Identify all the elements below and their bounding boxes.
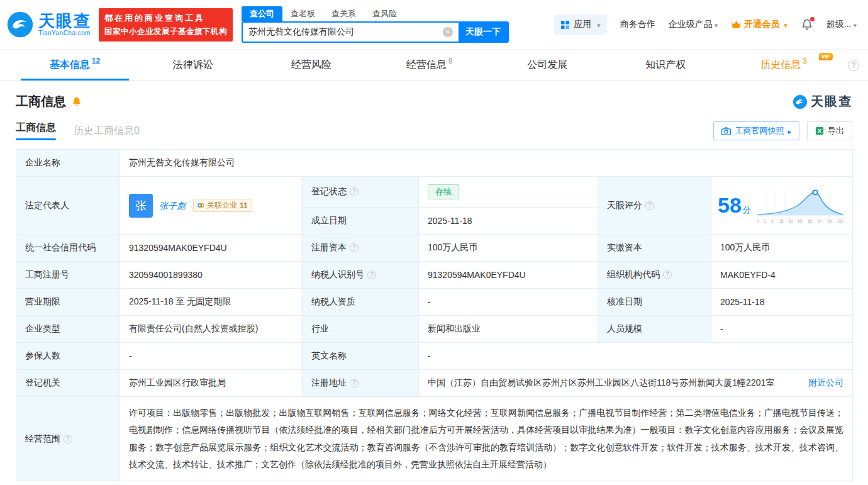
tab-business-info-count: 9 <box>448 57 453 65</box>
vip-badge: VIP <box>819 53 833 60</box>
tab-operating-risk[interactable]: 经营风险 <box>252 50 370 80</box>
apps-menu[interactable]: 应用 <box>554 14 607 35</box>
legal-rep-link[interactable]: 张子彪 <box>159 201 186 211</box>
official-snapshot-button[interactable]: 工商官网快照 <box>713 121 799 140</box>
search-tab-boss[interactable]: 查老板 <box>282 6 323 21</box>
help-icon[interactable] <box>848 60 859 71</box>
help-icon[interactable] <box>64 435 72 443</box>
table-row: 经营范围 许可项目：出版物零售；出版物批发；出版物互联网销售；互联网信息服务；网… <box>16 397 853 481</box>
business-scope-value: 许可项目：出版物零售；出版物批发；出版物互联网销售；互联网信息服务；网络文化经营… <box>120 397 853 481</box>
help-icon[interactable] <box>350 243 359 252</box>
chevron-down-icon <box>782 20 787 30</box>
tab-history-info[interactable]: 历史信息 3 VIP <box>725 50 843 80</box>
reg-authority-value: 苏州工业园区行政审批局 <box>120 370 303 397</box>
insured-count-value: - <box>120 343 303 370</box>
search-input[interactable] <box>248 27 443 37</box>
establish-date-value: 2025-11-18 <box>419 208 598 235</box>
help-icon[interactable] <box>350 379 359 387</box>
open-vip-button[interactable]: 开通会员 <box>731 19 787 30</box>
table-row: 企业类型 有限责任公司(自然人投资或控股) 行业 新闻和出版业 人员规模 - <box>16 316 853 343</box>
business-info-table: 企业名称 苏州无咎文化传媒有限公司 法定代表人 张 张子彪 <box>16 149 853 481</box>
watermark-logo-icon <box>793 94 808 109</box>
active-tab-underline <box>16 138 56 140</box>
approval-date-value: 2025-11-18 <box>711 289 853 316</box>
promo-banner-line2: 国家中小企业发展子基金旗下机构 <box>104 26 227 37</box>
header-nav: 应用 商务合作 企业级产品 开通会员 超级... <box>554 14 857 35</box>
field-label-business-term: 营业期限 <box>16 289 120 316</box>
field-label-paid-capital: 实缴资本 <box>598 235 711 262</box>
subtab-history-business-info[interactable]: 历史工商信息0 <box>74 125 140 138</box>
avatar[interactable]: 张 <box>129 194 153 218</box>
related-companies-label: 关联企业 <box>207 200 237 211</box>
promo-banner-line1: 都在用的商业查询工具 <box>104 13 227 24</box>
field-label-org-code: 组织机构代码 <box>598 262 711 289</box>
table-row: 参保人数 - 英文名称 - <box>16 343 853 370</box>
help-icon[interactable] <box>350 187 359 196</box>
field-label-reg-number: 工商注册号 <box>16 262 120 289</box>
tab-history-info-count: 3 <box>803 57 807 65</box>
help-icon[interactable] <box>663 270 672 279</box>
company-type-value: 有限责任公司(自然人投资或控股) <box>120 316 303 343</box>
watermark-text: 天眼查 <box>811 93 852 110</box>
tab-basic-info-count: 12 <box>92 57 100 65</box>
table-row: 登记机关 苏州工业园区行政审批局 注册地址 中国（江苏）自由贸易试验区苏州片区苏… <box>16 370 853 397</box>
nav-cooperation-label: 商务合作 <box>620 19 655 30</box>
open-vip-label: 开通会员 <box>744 19 779 30</box>
related-companies-badge[interactable]: 关联企业 11 <box>193 199 252 212</box>
search-button[interactable]: 天眼一下 <box>459 23 508 42</box>
field-label-insured-count: 参保人数 <box>16 343 120 370</box>
tab-legal[interactable]: 法律诉讼 <box>134 50 252 80</box>
user-menu[interactable]: 超级... <box>826 19 857 30</box>
nav-enterprise-label: 企业级产品 <box>669 19 713 30</box>
section-title: 工商信息 <box>16 93 66 110</box>
export-button[interactable]: 导出 <box>807 121 852 140</box>
help-icon[interactable] <box>367 270 376 279</box>
field-label-industry: 行业 <box>303 316 419 343</box>
table-row: 法定代表人 张 张子彪 关联企业 11 <box>16 177 853 208</box>
taxpayer-quality-value: - <box>419 289 598 316</box>
help-icon[interactable] <box>645 201 654 210</box>
search-tab-company[interactable]: 查公司 <box>242 6 282 21</box>
notifications-bell[interactable] <box>801 18 813 31</box>
tab-business-info[interactable]: 经营信息 9 <box>370 50 489 80</box>
score-curve-chart: 01 515 5065 8597 99100 <box>755 188 846 223</box>
reg-status-cell: 存续 <box>419 177 598 208</box>
field-label-approval-date: 核准日期 <box>598 289 711 316</box>
search-tab-relation[interactable]: 查关系 <box>323 6 364 21</box>
camera-icon <box>721 127 731 135</box>
top-header: 天眼查 TianYanCha.com 都在用的商业查询工具 国家中小企业发展子基… <box>0 0 868 49</box>
field-label-legal-rep: 法定代表人 <box>16 177 120 235</box>
tab-history-info-label: 历史信息 <box>760 59 801 72</box>
nav-enterprise-products[interactable]: 企业级产品 <box>669 19 718 30</box>
score-marker-dot <box>813 190 818 194</box>
company-section-tabs: 基本信息 12 法律诉讼 经营风险 经营信息 9 公司发展 知识产权 历史信息 … <box>0 49 868 81</box>
monitor-bell-icon[interactable] <box>71 96 82 108</box>
field-label-company-name: 企业名称 <box>16 150 120 177</box>
tianyancha-logo[interactable]: 天眼查 TianYanCha.com <box>6 11 91 38</box>
promo-banner[interactable]: 都在用的商业查询工具 国家中小企业发展子基金旗下机构 <box>99 8 233 42</box>
crown-icon <box>731 20 742 30</box>
reg-address-cell: 中国（江苏）自由贸易试验区苏州片区苏州工业园区八达街118号苏州新闻大厦1幢22… <box>419 370 853 397</box>
search-area: 查公司 查老板 查关系 查风险 天眼一下 <box>242 6 509 43</box>
subtab-business-info[interactable]: 工商信息 <box>16 121 56 140</box>
nav-cooperation[interactable]: 商务合作 <box>620 19 655 30</box>
tab-basic-info-label: 基本信息 <box>50 59 90 72</box>
tab-company-development[interactable]: 公司发展 <box>488 50 606 80</box>
field-label-taxpayer-quality: 纳税人资质 <box>303 289 419 316</box>
field-label-taxpayer-id: 纳税人识别号 <box>303 262 419 289</box>
clear-search-icon[interactable] <box>443 27 453 37</box>
user-menu-label: 超级... <box>826 19 852 30</box>
chevron-down-icon <box>713 20 718 30</box>
search-tab-risk[interactable]: 查风险 <box>364 6 405 21</box>
tab-basic-info[interactable]: 基本信息 12 <box>16 50 134 80</box>
tab-intellectual-property[interactable]: 知识产权 <box>606 50 725 80</box>
subtab-history-label: 历史工商信息0 <box>74 125 140 136</box>
search-tabs: 查公司 查老板 查关系 查风险 <box>242 6 509 21</box>
logo-title: 天眼查 <box>38 13 91 30</box>
nearby-companies-link[interactable]: 附近公司 <box>808 377 843 389</box>
industry-value: 新闻和出版业 <box>419 316 598 343</box>
field-label-reg-address: 注册地址 <box>303 370 419 397</box>
english-name-value: - <box>419 343 853 370</box>
reg-capital-value: 100万人民币 <box>419 235 598 262</box>
related-companies-icon <box>198 202 204 209</box>
